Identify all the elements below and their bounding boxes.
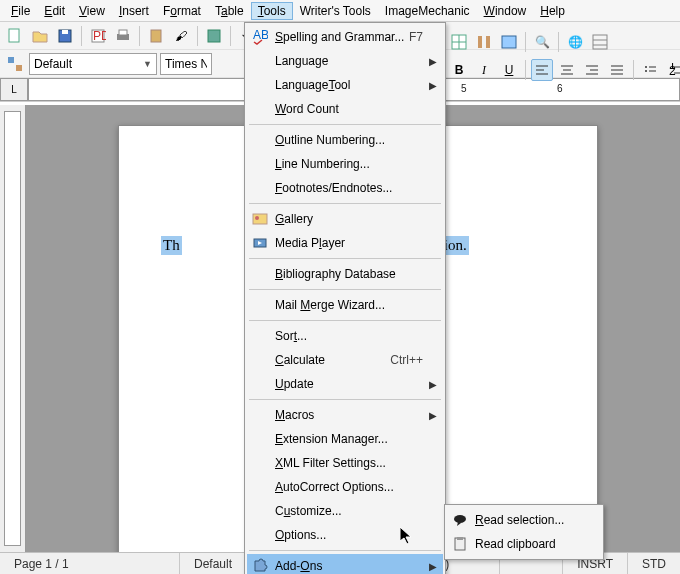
italic-icon[interactable]: I [473,59,495,81]
menu-table[interactable]: Table [208,2,251,20]
menu-bar: FileEditViewInsertFormatTableToolsWriter… [0,0,680,22]
font-name-combo[interactable]: Times New Roman [160,53,212,75]
bold-icon[interactable]: B [448,59,470,81]
submenu-arrow-icon: ▶ [429,56,437,67]
menu-item-label: XML Filter Settings... [275,456,386,470]
align-left-icon[interactable] [531,59,553,81]
selected-text-left[interactable]: Th [161,236,182,255]
image-icon[interactable] [498,31,520,53]
menu-file[interactable]: File [4,2,37,20]
paragraph-style-value: Default [34,57,72,71]
menu-item-language[interactable]: Language▶ [247,49,443,73]
paste-icon[interactable] [145,25,167,47]
menu-item-label: Bibliography Database [275,267,396,281]
separator [633,60,634,80]
menu-item-customize[interactable]: Customize... [247,499,443,523]
new-doc-icon[interactable] [4,25,26,47]
status-page: Page 1 / 1 [0,553,180,574]
menu-item-xml-filter-settings[interactable]: XML Filter Settings... [247,451,443,475]
svg-text:ABC: ABC [253,29,268,42]
menu-help[interactable]: Help [533,2,572,20]
status-selection-mode[interactable]: STD [627,553,680,574]
help-icon[interactable]: 🌐 [564,31,586,53]
export-pdf-icon[interactable]: PDF [87,25,109,47]
menu-item-sort[interactable]: Sort... [247,324,443,348]
menu-item-label: Options... [275,528,326,542]
numbered-list-icon[interactable]: 12 [664,59,680,81]
save-icon[interactable] [54,25,76,47]
format-paint-icon[interactable]: 🖌 [170,25,192,47]
menu-item-footnotes-endnotes[interactable]: Footnotes/Endnotes... [247,176,443,200]
zoom-icon[interactable]: 🔍 [531,31,553,53]
addons-submenu: Read selection...Read clipboard [444,504,604,560]
menu-item-calculate[interactable]: CalculateCtrl++ [247,348,443,372]
svg-rect-18 [457,537,463,540]
svg-text:PDF: PDF [93,29,106,43]
save-alt-icon[interactable] [203,25,225,47]
tools-menu: ABCSpelling and Grammar...F7Language▶Lan… [244,22,446,574]
submenu-item-label: Read selection... [475,513,564,527]
menu-imagemechanic[interactable]: ImageMechanic [378,2,477,20]
menu-item-label: Mail Merge Wizard... [275,298,385,312]
menu-item-label: Spelling and Grammar... [275,30,404,44]
menu-item-media-player[interactable]: Media Player [247,231,443,255]
menu-item-label: Media Player [275,236,345,250]
menu-item-options[interactable]: Options... [247,523,443,547]
align-center-icon[interactable] [556,59,578,81]
menu-format[interactable]: Format [156,2,208,20]
submenu-item-read-clipboard[interactable]: Read clipboard [447,532,601,556]
menu-item-label: Outline Numbering... [275,133,385,147]
chevron-down-icon: ▼ [143,59,152,69]
separator [139,26,140,46]
svg-rect-23 [486,36,490,48]
menu-tools[interactable]: Tools [251,2,293,20]
menu-window[interactable]: Window [477,2,534,20]
menu-item-label: Footnotes/Endnotes... [275,181,392,195]
menu-item-languagetool[interactable]: LanguageTool▶ [247,73,443,97]
svg-rect-10 [16,65,22,71]
menu-item-macros[interactable]: Macros▶ [247,403,443,427]
menu-item-line-numbering[interactable]: Line Numbering... [247,152,443,176]
menu-item-spelling-and-grammar[interactable]: ABCSpelling and Grammar...F7 [247,25,443,49]
menu-writer-s-tools[interactable]: Writer's Tools [293,2,378,20]
underline-icon[interactable]: U [498,59,520,81]
ruler-mark: 6 [557,83,563,94]
separator [230,26,231,46]
table-icon[interactable] [448,31,470,53]
gallery-icon [251,210,269,228]
clipboard-icon [451,535,469,553]
menu-item-label: Update [275,377,314,391]
align-right-icon[interactable] [581,59,603,81]
menu-item-gallery[interactable]: Gallery [247,207,443,231]
svg-rect-12 [253,214,267,224]
align-justify-icon[interactable] [606,59,628,81]
submenu-item-read-selection[interactable]: Read selection... [447,508,601,532]
list-icon[interactable] [639,59,661,81]
menu-item-autocorrect-options[interactable]: AutoCorrect Options... [247,475,443,499]
menu-item-update[interactable]: Update▶ [247,372,443,396]
toolbar-right-fragment: 🔍 🌐 [448,28,611,56]
open-icon[interactable] [29,25,51,47]
menu-item-label: Extension Manager... [275,432,388,446]
menu-item-extension-manager[interactable]: Extension Manager... [247,427,443,451]
vertical-ruler[interactable] [0,105,26,552]
menu-insert[interactable]: Insert [112,2,156,20]
menu-item-bibliography-database[interactable]: Bibliography Database [247,262,443,286]
menu-item-add-ons[interactable]: Add-Ons▶ [247,554,443,574]
menu-view[interactable]: View [72,2,112,20]
menu-item-mail-merge-wizard[interactable]: Mail Merge Wizard... [247,293,443,317]
svg-rect-2 [62,30,68,34]
grid-icon[interactable] [589,31,611,53]
submenu-arrow-icon: ▶ [429,379,437,390]
menu-item-word-count[interactable]: Word Count [247,97,443,121]
ruler-mark: 5 [461,83,467,94]
columns-icon[interactable] [473,31,495,53]
print-icon[interactable] [112,25,134,47]
menu-edit[interactable]: Edit [37,2,72,20]
svg-rect-9 [8,57,14,63]
svg-rect-7 [151,30,161,42]
menu-item-outline-numbering[interactable]: Outline Numbering... [247,128,443,152]
paragraph-style-combo[interactable]: Default ▼ [29,53,157,75]
menu-item-label: AutoCorrect Options... [275,480,394,494]
styles-icon[interactable] [4,53,26,75]
